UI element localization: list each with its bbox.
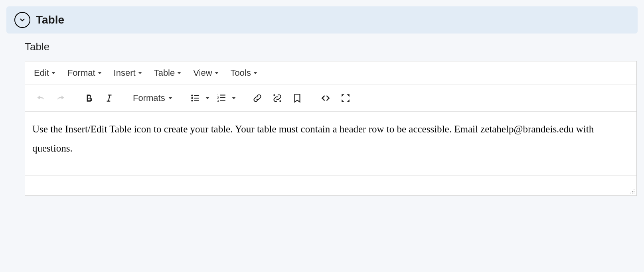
svg-rect-10 (220, 97, 225, 98)
menu-label: Insert (114, 68, 136, 78)
svg-point-2 (191, 100, 193, 101)
menu-label: View (193, 68, 212, 78)
caret-down-icon (51, 72, 55, 74)
caret-down-icon (138, 72, 142, 74)
field-label: Table (25, 41, 637, 53)
fullscreen-button[interactable] (336, 89, 355, 107)
menu-tools[interactable]: Tools (227, 65, 261, 81)
resize-grip-icon (628, 187, 635, 194)
caret-down-icon (168, 97, 172, 99)
toolbar-formats-group: Formats (125, 91, 180, 106)
menu-table[interactable]: Table (150, 65, 186, 81)
toolbar-format-group (77, 89, 121, 107)
bullet-list-icon (190, 93, 200, 103)
rich-text-editor: Edit Format Insert Table View Tools (25, 61, 637, 196)
source-code-button[interactable] (316, 89, 335, 107)
svg-rect-3 (194, 95, 199, 96)
toolbar-divider (75, 90, 75, 106)
svg-point-17 (632, 191, 633, 192)
menu-edit[interactable]: Edit (30, 65, 59, 81)
caret-down-icon (215, 72, 219, 74)
toolbar-divider (243, 90, 243, 106)
undo-button[interactable] (32, 89, 50, 107)
svg-text:3: 3 (217, 99, 219, 102)
bullet-list-split (187, 89, 212, 107)
caret-down-icon (177, 72, 181, 74)
link-icon (252, 93, 263, 103)
menu-label: Format (67, 68, 95, 78)
numbered-list-dropdown[interactable] (229, 89, 238, 107)
menu-label: Table (154, 68, 175, 78)
editor-paragraph: Use the Insert/Edit Table icon to create… (32, 120, 629, 158)
bold-button[interactable] (80, 89, 98, 107)
menu-format[interactable]: Format (63, 65, 106, 81)
numbered-list-icon: 1 2 3 (216, 93, 227, 103)
caret-down-icon (205, 97, 209, 99)
toolbar-divider (311, 90, 312, 106)
editor-statusbar (25, 175, 636, 195)
toolbar-code-group (313, 89, 358, 107)
editor-menubar: Edit Format Insert Table View Tools (25, 61, 636, 85)
chevron-down-icon (19, 16, 26, 24)
menu-insert[interactable]: Insert (110, 65, 146, 81)
svg-rect-5 (194, 100, 199, 101)
italic-button[interactable] (100, 89, 118, 107)
redo-icon (55, 93, 66, 103)
bold-icon (84, 93, 94, 103)
numbered-list-split: 1 2 3 (213, 89, 238, 107)
toolbar-divider (182, 90, 182, 106)
editor-field-wrap: Table Edit Format Insert Table View (6, 41, 638, 196)
resize-handle[interactable] (628, 187, 635, 194)
svg-point-16 (634, 189, 634, 190)
caret-down-icon (98, 72, 102, 74)
menu-label: Edit (34, 68, 49, 78)
unlink-icon (272, 93, 282, 103)
svg-point-0 (191, 95, 193, 96)
bullet-list-dropdown[interactable] (203, 89, 212, 107)
redo-button[interactable] (51, 89, 70, 107)
editor-content-area[interactable]: Use the Insert/Edit Table icon to create… (25, 112, 636, 175)
code-icon (320, 93, 331, 103)
numbered-list-button[interactable]: 1 2 3 (213, 89, 229, 107)
toolbar-divider (123, 90, 123, 106)
svg-point-21 (634, 193, 634, 193)
svg-point-20 (632, 193, 633, 193)
link-button[interactable] (248, 89, 267, 107)
editor-toolbar: Formats (25, 85, 636, 112)
toolbar-links-group (245, 89, 310, 107)
formats-label: Formats (133, 93, 165, 103)
toolbar-history-group (28, 89, 73, 107)
bullet-list-button[interactable] (187, 89, 203, 107)
svg-point-19 (630, 193, 631, 193)
formats-dropdown[interactable]: Formats (128, 91, 177, 106)
bookmark-icon (292, 93, 302, 103)
svg-rect-9 (220, 95, 225, 95)
collapse-toggle[interactable] (14, 12, 30, 28)
caret-down-icon (232, 97, 236, 99)
menu-label: Tools (231, 68, 251, 78)
svg-point-18 (634, 191, 634, 192)
section-header: Table (6, 6, 638, 34)
menu-view[interactable]: View (189, 65, 222, 81)
caret-down-icon (253, 72, 257, 74)
section-title: Table (36, 14, 64, 26)
svg-point-1 (191, 97, 193, 99)
toolbar-lists-group: 1 2 3 (184, 89, 241, 107)
fullscreen-icon (340, 93, 351, 103)
italic-icon (104, 93, 114, 103)
unlink-button[interactable] (268, 89, 286, 107)
svg-rect-4 (194, 98, 199, 99)
svg-rect-11 (220, 100, 225, 101)
undo-icon (36, 93, 46, 103)
anchor-button[interactable] (288, 89, 306, 107)
